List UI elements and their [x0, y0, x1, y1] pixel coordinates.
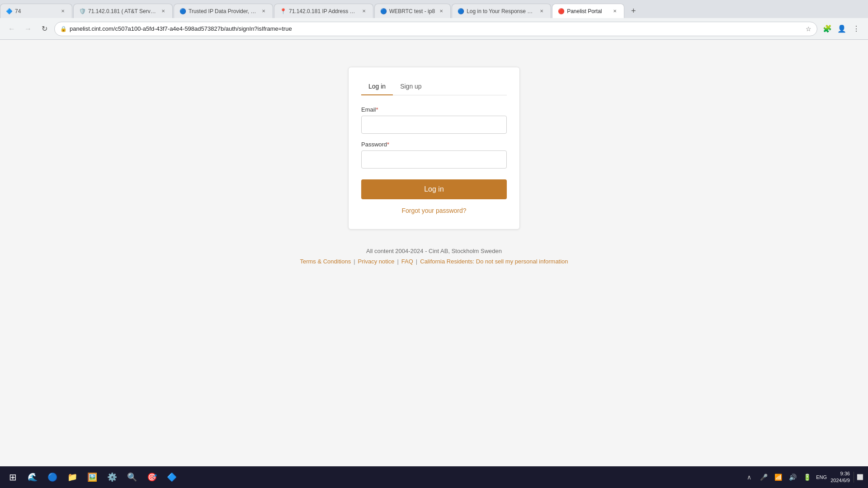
page-content: Log in Sign up Email* Password* Log in F…: [0, 40, 868, 466]
new-tab-button[interactable]: +: [627, 5, 640, 17]
back-button[interactable]: ←: [5, 23, 18, 35]
login-button[interactable]: Log in: [361, 179, 507, 199]
browser-tab-7[interactable]: 🔴 Panelist Portal ✕: [552, 4, 624, 18]
taskbar-files[interactable]: 📁: [63, 468, 81, 486]
footer-links: Terms & Conditions | Privacy notice | FA…: [300, 258, 568, 265]
email-label: Email*: [361, 106, 507, 113]
browser-tab-3[interactable]: 🔵 Trusted IP Data Provider, fro... ✕: [174, 4, 273, 18]
browser-tab-1[interactable]: 🔷 74 ✕: [0, 4, 72, 18]
tab-close-1[interactable]: ✕: [59, 8, 66, 15]
taskbar-right: ∧ 🎤 📶 🔊 🔋 ENG 9:36 2024/6/9 ⬜: [744, 470, 864, 484]
tab-favicon-5: 🔵: [380, 8, 387, 14]
tab-close-4[interactable]: ✕: [360, 8, 368, 15]
address-bar[interactable]: 🔒 panelist.cint.com/c507a100-a5fd-43f7-a…: [54, 22, 817, 36]
tab-title-7: Panelist Portal: [567, 8, 609, 14]
show-desktop-button[interactable]: ⬜: [854, 472, 864, 483]
tab-favicon-6: 🔵: [458, 8, 464, 14]
forward-button[interactable]: →: [22, 23, 34, 35]
taskbar-mic[interactable]: 🎤: [758, 472, 769, 483]
separator-3: |: [416, 258, 417, 265]
taskbar-edge[interactable]: 🌊: [24, 468, 42, 486]
taskbar-datetime[interactable]: 9:36 2024/6/9: [830, 470, 850, 484]
browser-chrome: 🔷 74 ✕ 🛡️ 71.142.0.181 ( AT&T Service...…: [0, 0, 868, 40]
forgot-password-link[interactable]: Forgot your password?: [401, 207, 466, 214]
tab-close-2[interactable]: ✕: [160, 8, 167, 15]
login-card: Log in Sign up Email* Password* Log in F…: [348, 67, 520, 230]
tab-close-5[interactable]: ✕: [438, 8, 445, 15]
taskbar-battery[interactable]: 🔋: [802, 472, 812, 483]
separator-1: |: [354, 258, 355, 265]
email-required-star: *: [376, 106, 378, 113]
browser-tab-4[interactable]: 📍 71.142.0.181 IP Address Geo... ✕: [274, 4, 373, 18]
tab-close-6[interactable]: ✕: [538, 8, 545, 15]
browser-tab-6[interactable]: 🔵 Log in to Your Response & E... ✕: [452, 4, 551, 18]
tab-favicon-1: 🔷: [6, 8, 12, 14]
browser-tab-5[interactable]: 🔵 WEBRTC test - ip8 ✕: [374, 4, 451, 18]
footer-copyright: All content 2004-2024 - Cint AB, Stockho…: [300, 248, 568, 254]
forgot-password-container: Forgot your password?: [361, 206, 507, 215]
tab-title-2: 71.142.0.181 ( AT&T Service...: [88, 8, 157, 14]
privacy-link[interactable]: Privacy notice: [358, 258, 395, 265]
bookmark-icon[interactable]: ☆: [806, 25, 811, 33]
address-text: panelist.cint.com/c507a100-a5fd-43f7-a4e…: [70, 25, 803, 32]
password-form-group: Password*: [361, 141, 507, 169]
taskbar-photos[interactable]: 🖼️: [83, 468, 101, 486]
tab-title-4: 71.142.0.181 IP Address Geo...: [289, 8, 358, 14]
taskbar-time-value: 9:36: [830, 470, 850, 477]
terms-link[interactable]: Terms & Conditions: [300, 258, 351, 265]
start-button[interactable]: ⊞: [4, 468, 22, 486]
taskbar-chrome[interactable]: 🔵: [43, 468, 61, 486]
tab-title-1: 74: [15, 8, 57, 14]
separator-2: |: [397, 258, 398, 265]
reload-button[interactable]: ↻: [38, 23, 51, 35]
tab-signup[interactable]: Sign up: [393, 78, 429, 95]
lock-icon: 🔒: [60, 26, 67, 32]
extensions-icon[interactable]: 🧩: [821, 23, 834, 35]
tab-title-5: WEBRTC test - ip8: [389, 8, 435, 14]
footer: All content 2004-2024 - Cint AB, Stockho…: [300, 248, 568, 265]
tab-favicon-7: 🔴: [558, 8, 564, 14]
email-input[interactable]: [361, 116, 507, 134]
taskbar-network[interactable]: 📶: [773, 472, 783, 483]
tab-close-3[interactable]: ✕: [260, 8, 267, 15]
california-link[interactable]: California Residents: Do not sell my per…: [420, 258, 568, 265]
taskbar-language[interactable]: ENG: [816, 472, 827, 483]
taskbar-app2[interactable]: 🔍: [123, 468, 141, 486]
taskbar-app1[interactable]: ⚙️: [103, 468, 121, 486]
password-label: Password*: [361, 141, 507, 148]
tab-favicon-4: 📍: [280, 8, 286, 14]
password-input[interactable]: [361, 150, 507, 169]
tab-title-3: Trusted IP Data Provider, fro...: [189, 8, 257, 14]
password-required-star: *: [387, 141, 389, 148]
taskbar: ⊞ 🌊 🔵 📁 🖼️ ⚙️ 🔍 🎯 🔷 ∧ 🎤 📶 🔊 🔋 ENG 9:36 2…: [0, 466, 868, 488]
browser-tab-2[interactable]: 🛡️ 71.142.0.181 ( AT&T Service... ✕: [73, 4, 173, 18]
tab-favicon-2: 🛡️: [79, 8, 85, 14]
auth-tabs: Log in Sign up: [361, 78, 507, 95]
menu-icon[interactable]: ⋮: [850, 23, 863, 35]
taskbar-volume[interactable]: 🔊: [787, 472, 798, 483]
toolbar-icons: 🧩 👤 ⋮: [821, 23, 863, 35]
tab-login[interactable]: Log in: [361, 78, 393, 95]
taskbar-up-arrow[interactable]: ∧: [744, 472, 755, 483]
tab-title-6: Log in to Your Response & E...: [467, 8, 535, 14]
tabs-bar: 🔷 74 ✕ 🛡️ 71.142.0.181 ( AT&T Service...…: [0, 0, 868, 18]
email-form-group: Email*: [361, 106, 507, 134]
taskbar-date-value: 2024/6/9: [830, 477, 850, 484]
taskbar-app3[interactable]: 🎯: [143, 468, 161, 486]
address-bar-row: ← → ↻ 🔒 panelist.cint.com/c507a100-a5fd-…: [0, 18, 868, 40]
tab-close-7[interactable]: ✕: [611, 8, 618, 15]
taskbar-app4[interactable]: 🔷: [163, 468, 181, 486]
faq-link[interactable]: FAQ: [401, 258, 413, 265]
profile-icon[interactable]: 👤: [835, 23, 848, 35]
tab-favicon-3: 🔵: [179, 8, 186, 14]
